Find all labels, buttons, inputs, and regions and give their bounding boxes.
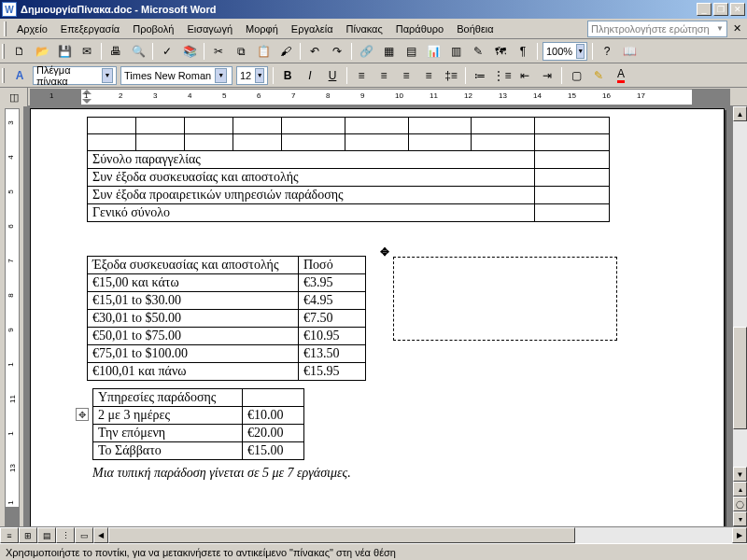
help-search-input[interactable]: Πληκτρολογήστε ερώτηση ▼: [587, 21, 727, 37]
table-row[interactable]: €75,01 to $100.00€13.50: [88, 345, 366, 363]
paste-icon[interactable]: 📋: [253, 41, 274, 62]
menu-format[interactable]: Μορφή: [239, 21, 285, 36]
table-row[interactable]: Σύνολο παραγγελίας: [88, 151, 610, 169]
font-color-icon[interactable]: A: [611, 65, 631, 86]
decrease-indent-icon[interactable]: ⇤: [514, 65, 535, 86]
table-row[interactable]: 2 με 3 ημέρες€10.00: [93, 407, 304, 425]
numbering-icon[interactable]: ≔: [470, 65, 490, 86]
table-row[interactable]: Υπηρεσίες παράδοσης: [93, 389, 304, 407]
menu-table[interactable]: Πίνακας: [340, 21, 389, 36]
web-layout-button[interactable]: ⊞: [19, 527, 37, 543]
menu-insert[interactable]: Εισαγωγή: [180, 21, 239, 36]
vertical-ruler[interactable]: 34567891111131: [5, 108, 20, 526]
table-row[interactable]: Συν έξοδα προαιρετικών υπηρεσιών παράδοσ…: [88, 187, 610, 204]
document-map-icon[interactable]: 🗺: [490, 41, 511, 62]
toolbar-handle[interactable]: [2, 44, 5, 59]
order-summary-table[interactable]: Σύνολο παραγγελίας Συν έξοδα συσκευασίας…: [87, 117, 610, 222]
tables-borders-icon[interactable]: ▦: [378, 41, 399, 62]
scroll-track[interactable]: [733, 121, 747, 467]
minimize-button[interactable]: _: [697, 3, 712, 16]
reading-layout-button[interactable]: ▭: [75, 527, 93, 543]
undo-icon[interactable]: ↶: [304, 41, 325, 62]
columns-icon[interactable]: ▥: [445, 41, 466, 62]
bullets-icon[interactable]: ⋮≡: [492, 65, 513, 86]
vertical-scrollbar[interactable]: ▲ ▼ ▴ ◯ ▾: [732, 106, 747, 526]
align-center-icon[interactable]: ≡: [374, 65, 394, 86]
align-left-icon[interactable]: ≡: [351, 65, 372, 86]
table-row[interactable]: €30,01 to $50.00€7.50: [88, 310, 366, 328]
print-icon[interactable]: 🖶: [106, 41, 126, 62]
table-row[interactable]: [88, 118, 610, 134]
scroll-thumb[interactable]: [733, 327, 747, 429]
scroll-down-button[interactable]: ▼: [733, 467, 747, 482]
menubar-handle[interactable]: [4, 21, 7, 36]
menu-help[interactable]: Βοήθεια: [450, 21, 500, 36]
table-row[interactable]: Την επόμενη€20.00: [93, 425, 304, 442]
chevron-down-icon[interactable]: ▼: [716, 24, 724, 33]
menu-window[interactable]: Παράθυρο: [389, 21, 450, 36]
excel-icon[interactable]: 📊: [423, 41, 444, 62]
table-row[interactable]: €15,00 και κάτω€3.95: [88, 274, 366, 292]
spellcheck-icon[interactable]: ✓: [157, 41, 177, 62]
shipping-costs-table[interactable]: Έξοδα συσκευασίας και αποστολής Ποσό €15…: [87, 256, 366, 381]
normal-view-button[interactable]: ≡: [0, 527, 19, 543]
open-icon[interactable]: 📂: [32, 41, 52, 62]
styles-pane-icon[interactable]: A: [9, 65, 30, 86]
table-row[interactable]: €15,01 to $30.00€4.95: [88, 292, 366, 310]
chevron-down-icon[interactable]: ▼: [255, 68, 264, 83]
table-row[interactable]: Συν έξοδα συσκευασίας και αποστολής: [88, 169, 610, 187]
font-combo[interactable]: Times New Roman ▼: [120, 66, 233, 85]
document-close-button[interactable]: ✕: [730, 22, 743, 35]
redo-icon[interactable]: ↷: [327, 41, 347, 62]
table-row[interactable]: €50,01 to $75.00€10.95: [88, 328, 366, 345]
research-icon[interactable]: 📚: [179, 41, 200, 62]
increase-indent-icon[interactable]: ⇥: [537, 65, 557, 86]
email-icon[interactable]: ✉: [77, 41, 97, 62]
table-row[interactable]: Το Σάββατο€15.00: [93, 442, 304, 460]
font-size-combo[interactable]: 12 ▼: [236, 66, 268, 85]
table-row[interactable]: Γενικό σύνολο: [88, 204, 610, 222]
scroll-track[interactable]: [108, 527, 732, 543]
ruler-corner[interactable]: ◫: [0, 88, 28, 106]
new-document-icon[interactable]: 🗋: [9, 41, 30, 62]
browse-object-button[interactable]: ◯: [733, 497, 747, 511]
zoom-combo[interactable]: 100% ▼: [543, 42, 587, 61]
chevron-down-icon[interactable]: ▼: [215, 68, 227, 83]
next-page-button[interactable]: ▾: [733, 511, 747, 526]
scroll-right-button[interactable]: ▶: [732, 527, 747, 543]
footnote-text[interactable]: Μια τυπική παράδοση γίνεται σε 5 με 7 ερ…: [92, 466, 668, 481]
table-row[interactable]: Έξοδα συσκευασίας και αποστολής Ποσό: [88, 257, 366, 274]
toolbar-handle[interactable]: [2, 68, 5, 83]
menu-view[interactable]: Προβολή: [126, 21, 180, 36]
save-icon[interactable]: 💾: [54, 41, 75, 62]
scroll-thumb[interactable]: [108, 527, 575, 543]
justify-icon[interactable]: ≡: [418, 65, 439, 86]
chevron-down-icon[interactable]: ▼: [102, 68, 113, 83]
menu-tools[interactable]: Εργαλεία: [285, 21, 340, 36]
line-spacing-icon[interactable]: ‡≡: [441, 65, 461, 86]
outline-view-button[interactable]: ⋮: [56, 527, 75, 543]
horizontal-ruler[interactable]: 11234567891011121314151617: [30, 89, 730, 105]
previous-page-button[interactable]: ▴: [733, 482, 747, 497]
delivery-services-table[interactable]: Υπηρεσίες παράδοσης 2 με 3 ημέρες€10.00 …: [92, 388, 304, 460]
table-move-handle-icon[interactable]: ✥: [76, 408, 89, 421]
insert-table-icon[interactable]: ▤: [401, 41, 421, 62]
format-painter-icon[interactable]: 🖌: [275, 41, 296, 62]
highlight-icon[interactable]: ✎: [588, 65, 609, 86]
chevron-down-icon[interactable]: ▼: [576, 44, 585, 59]
maximize-button[interactable]: ❐: [713, 3, 728, 16]
print-layout-button[interactable]: ▤: [37, 527, 56, 543]
menu-file[interactable]: Αρχείο: [10, 21, 54, 36]
bold-button[interactable]: B: [277, 65, 298, 86]
scroll-up-button[interactable]: ▲: [733, 106, 747, 121]
menu-edit[interactable]: Επεξεργασία: [54, 21, 126, 36]
style-combo[interactable]: Πλέγμα πίνακα ▼: [33, 66, 117, 85]
close-button[interactable]: ✕: [730, 3, 745, 16]
borders-icon[interactable]: ▢: [566, 65, 586, 86]
table-row[interactable]: [88, 134, 610, 151]
print-preview-icon[interactable]: 🔍: [128, 41, 148, 62]
align-right-icon[interactable]: ≡: [396, 65, 416, 86]
document-page[interactable]: Σύνολο παραγγελίας Συν έξοδα συσκευασίας…: [30, 108, 725, 526]
table-row[interactable]: €100,01 και πάνω€15.95: [88, 363, 366, 381]
read-mode-icon[interactable]: 📖: [619, 41, 640, 62]
